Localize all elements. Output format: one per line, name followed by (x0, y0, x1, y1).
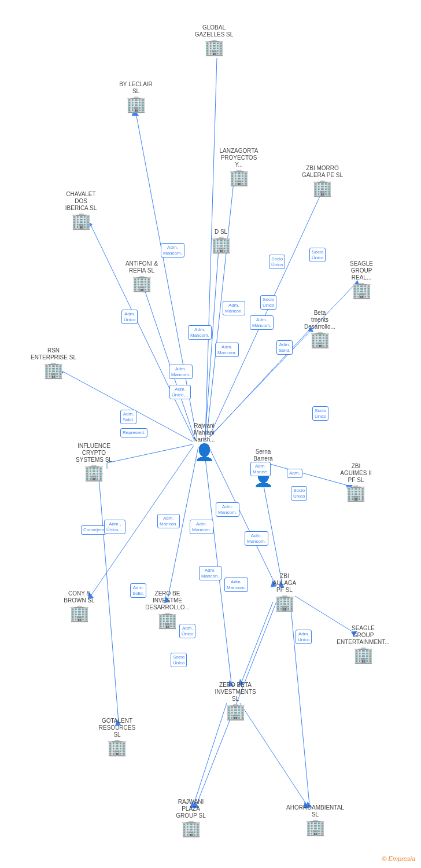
building-icon: 🏢 (71, 213, 91, 229)
badge-adm-mancon-3[interactable]: Adm.Mancón. (199, 566, 221, 580)
node-rsn-enterprise[interactable]: RSN ENTERPRISE SL 🏢 (26, 347, 81, 378)
building-icon: 🏢 (69, 605, 90, 621)
building-icon: 🏢 (181, 821, 201, 837)
badge-adm-unico-5[interactable]: Adm.Unico (296, 630, 312, 644)
building-icon: 🏢 (157, 612, 178, 628)
badge-adm-mancom-9[interactable]: Adm.Mancom. (224, 578, 248, 592)
badge-socio-unico-6[interactable]: SocioÚnico (171, 653, 187, 667)
badge-adm-solid-3[interactable]: Adm.Solid. (130, 583, 146, 598)
badge-socio-unico-5[interactable]: SocioÚnico (291, 486, 307, 501)
badge-adm-unico-2[interactable]: Adm.Único,... (169, 385, 191, 399)
badge-adm-mancom-3[interactable]: Adm.Mancom. (188, 325, 212, 340)
node-global-gazelles[interactable]: GLOBAL GAZELLES SL 🏢 (191, 24, 237, 56)
building-icon: 🏢 (310, 332, 330, 348)
badge-adm-unico-4[interactable]: Adm.Único (179, 624, 195, 638)
node-seagle-real[interactable]: SEAGLE GROUP REAL... 🏢 (335, 260, 387, 299)
node-zbi-aguimes[interactable]: ZBI AGUIMES II PF SL 🏢 (328, 463, 383, 501)
building-icon: 🏢 (132, 275, 152, 292)
node-d-sl[interactable]: D SL 🏢 (204, 229, 238, 253)
graph-container: GLOBAL GAZELLES SL 🏢 BY LECLAIR SL 🏢 LAN… (0, 0, 421, 868)
badge-adm-mancom-6[interactable]: Adm.Mancom. (216, 502, 239, 517)
badge-adm-mancom-5[interactable]: Adm.Mancom. (169, 365, 193, 379)
badge-adm-unico-3[interactable]: Adm.,Único,... (104, 520, 125, 534)
node-zbi-aulaga[interactable]: ZBI AULAGA PF SL 🏢 (261, 573, 308, 611)
person-icon: 👤 (194, 444, 215, 461)
node-zbi-morro[interactable]: ZBI MORRO GALERA PE SL 🏢 (295, 165, 350, 196)
badge-adm-mancom-2[interactable]: Adm.Máncom. (250, 315, 274, 330)
badge-consejero[interactable]: Consejero (81, 525, 106, 535)
node-antifoni[interactable]: ANTIFONI & REFIA SL 🏢 (116, 260, 168, 292)
node-influence-crypto[interactable]: INFLUENCE CRYPTO SYSTEMS SL 🏢 (67, 443, 121, 481)
building-icon: 🏢 (352, 282, 372, 299)
badge-socio-unico-4[interactable]: SocioÚnico (312, 406, 328, 421)
badge-adm-mancom-1[interactable]: Adm.Mancom. (161, 243, 184, 258)
badge-adm-mancom-7[interactable]: Adm.Mancom. (190, 520, 213, 534)
node-zero-be-invest[interactable]: ZERO BE INVESTME DESARROLLO... 🏢 (140, 590, 195, 628)
building-icon: 🏢 (312, 180, 333, 196)
node-lanzagorta[interactable]: LANZAGORTA PROYECTOS Y... 🏢 (213, 148, 265, 186)
building-icon: 🏢 (346, 485, 366, 501)
svg-line-5 (143, 286, 195, 441)
badge-adm-mancon-1[interactable]: Adm.Máncon. (223, 301, 245, 315)
badge-adm-solid-2[interactable]: Adm.Solid. (120, 410, 136, 424)
building-icon: 🏢 (84, 465, 104, 481)
node-cony-brown[interactable]: CONY & BROWN SL 🏢 (53, 590, 105, 621)
badge-socio-unico-1[interactable]: SocioÚnico (269, 255, 285, 269)
building-icon: 🏢 (353, 647, 374, 663)
building-icon: 🏢 (226, 704, 246, 720)
svg-line-45 (242, 602, 273, 682)
building-icon: 🏢 (43, 362, 64, 378)
node-rajwani-plaza[interactable]: RAJWANI PLAZA GROUP SL 🏢 (165, 799, 217, 837)
svg-line-19 (205, 249, 219, 435)
badge-adm-mancom-8[interactable]: Adm.Mancom. (245, 531, 268, 546)
badge-adm-mancom-4[interactable]: Adm.Mancom. (215, 343, 239, 357)
node-beta-tments[interactable]: Beta tments Desarrollo... 🏢 (294, 310, 346, 348)
badge-represent[interactable]: Represent. (120, 428, 147, 437)
building-icon: 🏢 (126, 96, 146, 112)
badge-adm-mancon-2[interactable]: Adm.Mancon. (157, 514, 180, 528)
badge-adm-unico-1[interactable]: Adm.Único (121, 310, 138, 324)
building-icon: 🏢 (305, 819, 326, 836)
node-rajwani-person[interactable]: Rajwani Mahtani Narish... 👤 (178, 422, 230, 461)
building-icon: 🏢 (204, 39, 224, 56)
building-icon: 🏢 (229, 170, 249, 186)
copyright: © Empresia (382, 855, 415, 862)
node-ahorroambiental[interactable]: AHORROAMBIENTAL SL 🏢 (283, 804, 347, 836)
node-zero-beta[interactable]: ZERO BETA INVESTMENTS SL 🏢 (209, 682, 261, 720)
badge-adm-solid-1[interactable]: Adm.Solid. (276, 340, 293, 355)
building-icon: 🏢 (107, 740, 127, 756)
building-icon-highlighted: 🏢 (275, 595, 295, 611)
badge-adm-manee[interactable]: Adm.Manee. (250, 462, 271, 476)
node-by-leclair[interactable]: BY LECLAIR SL 🏢 (113, 81, 159, 112)
node-chavalet[interactable]: CHAVALET DOS IBERICA SL 🏢 (55, 191, 107, 229)
node-seagle-entertainment[interactable]: SEAGLE GROUP ENTERTAINMENT... 🏢 (334, 625, 392, 663)
badge-socio-unico-2[interactable]: SocioÚnico (309, 248, 326, 262)
building-icon: 🏢 (211, 237, 231, 253)
node-gotalent[interactable]: GOTALENT RESOURCES SL 🏢 (90, 718, 145, 756)
badge-socio-unico-3[interactable]: SocioÚnicó (260, 295, 276, 310)
badge-adm-2[interactable]: Adm. (287, 469, 302, 478)
